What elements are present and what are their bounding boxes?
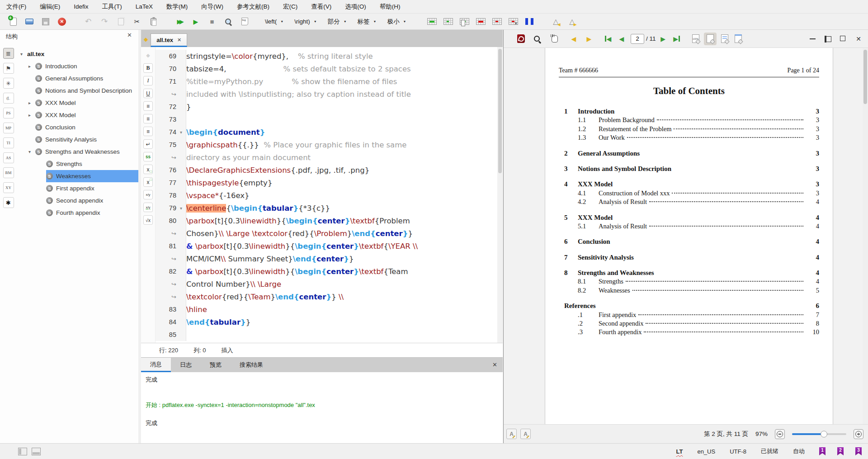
- fold-arrow-icon[interactable]: [180, 130, 182, 135]
- tree-expander-icon[interactable]: [28, 100, 35, 105]
- xy-panel-icon[interactable]: XY: [3, 182, 14, 193]
- pdf-scrollbar[interactable]: [863, 48, 868, 424]
- editor-scrollbar-thumb[interactable]: [498, 49, 502, 173]
- code-line[interactable]: 75 \graphicspath{{.}} % Place your graph…: [156, 138, 497, 151]
- line-number[interactable]: [156, 278, 176, 290]
- messages-tab[interactable]: 搜索结果: [231, 358, 272, 372]
- add-column-icon[interactable]: [442, 16, 454, 28]
- toc-entry[interactable]: 8 Strengths and Weaknesses 4: [564, 269, 819, 278]
- paste-column-icon[interactable]: [458, 16, 470, 28]
- line-number[interactable]: 69: [156, 50, 176, 62]
- code-line[interactable]: 81 & \parbox[t]{0.3\linewidth}{\begin{ce…: [156, 240, 497, 252]
- toc-entry[interactable]: 1.2 Restatement of the Problem 3: [564, 125, 819, 134]
- fit-page-icon[interactable]: [704, 33, 717, 45]
- subscript-icon[interactable]: x: [143, 165, 153, 174]
- menu-item[interactable]: 帮助(H): [380, 3, 401, 11]
- inline-math-icon[interactable]: ss: [143, 152, 153, 161]
- right-delimiter-dropdown[interactable]: \right) ▼: [291, 16, 320, 27]
- next-mark-icon[interactable]: △: [566, 16, 578, 28]
- beamer-panel-icon[interactable]: BM: [3, 167, 14, 178]
- line-number[interactable]: 78: [156, 189, 176, 202]
- fraction-icon[interactable]: x/y: [143, 190, 153, 199]
- toc-entry[interactable]: 4.2 Analysis of Result 4: [564, 198, 819, 207]
- minimize-icon[interactable]: [808, 35, 816, 43]
- save-icon[interactable]: [40, 16, 52, 28]
- fit-width-icon[interactable]: [719, 33, 730, 44]
- line-number[interactable]: 76: [156, 164, 176, 176]
- compile-icon[interactable]: ▶: [190, 16, 202, 28]
- line-number[interactable]: 73: [156, 113, 176, 126]
- language-indicator[interactable]: en_US: [697, 448, 715, 455]
- line-number[interactable]: 74: [156, 126, 176, 138]
- hand-tool-icon[interactable]: [549, 33, 560, 44]
- close-viewer-icon[interactable]: [854, 35, 863, 43]
- zoom-out-icon[interactable]: [775, 429, 785, 439]
- brackets-panel-icon[interactable]: ([.: [3, 93, 14, 104]
- code-line[interactable]: 74 \begin{document}: [156, 126, 497, 138]
- pdf-content[interactable]: Team # 666666 Page 1 of 24 Table of Cont…: [504, 48, 863, 424]
- code-line[interactable]: 84 \end{tabular}}: [156, 316, 497, 328]
- toc-entry[interactable]: 1 Introduction 3: [564, 108, 819, 116]
- toc-entry[interactable]: 6 Conclusion 4: [564, 238, 819, 246]
- messages-tab[interactable]: 预览: [201, 358, 231, 372]
- line-number[interactable]: 77: [156, 176, 176, 189]
- line-number[interactable]: 84: [156, 316, 176, 328]
- line-number[interactable]: 75: [156, 138, 176, 151]
- code-line[interactable]: directory as your main document: [156, 151, 497, 164]
- tikz-panel-icon[interactable]: TI: [3, 137, 14, 148]
- bold-icon[interactable]: B: [143, 63, 153, 73]
- previous-mark-icon[interactable]: △: [550, 16, 561, 28]
- line-number[interactable]: [156, 290, 176, 303]
- pstricks-panel-icon[interactable]: PS: [3, 108, 14, 118]
- tree-item[interactable]: S Second appendix: [17, 194, 138, 207]
- sectioning-dropdown[interactable]: 部分 ▼: [324, 16, 350, 28]
- messages-tab[interactable]: 日志: [171, 358, 201, 372]
- tree-expander-icon[interactable]: [28, 64, 35, 69]
- line-number[interactable]: 83: [156, 303, 176, 316]
- redo-icon[interactable]: ↷: [99, 16, 110, 28]
- align-center-icon[interactable]: ≡: [143, 114, 153, 123]
- toc-entry[interactable]: .3 Fourth appendix 10: [564, 328, 819, 337]
- restore-icon[interactable]: [839, 35, 847, 43]
- line-number[interactable]: 81: [156, 240, 176, 252]
- code-line[interactable]: 79 \centerline{\begin{tabular}{*3{c}}: [156, 202, 497, 214]
- text-annotation-icon[interactable]: A: [506, 429, 517, 439]
- code-line[interactable]: 85: [156, 328, 497, 341]
- first-page-icon[interactable]: ◀: [603, 33, 613, 44]
- align-right-icon[interactable]: ≡: [143, 127, 153, 136]
- bookmark-flag-icon[interactable]: 2: [837, 447, 844, 455]
- bookmark-flag-icon[interactable]: 3: [855, 447, 862, 455]
- line-number[interactable]: [156, 227, 176, 240]
- undo-icon[interactable]: ↶: [82, 16, 94, 28]
- new-document-icon[interactable]: [7, 16, 19, 28]
- menu-item[interactable]: LaTeX: [136, 3, 153, 10]
- remove-row-icon[interactable]: [475, 16, 486, 28]
- view-log-icon[interactable]: log: [239, 16, 250, 28]
- remove-column-icon[interactable]: [491, 16, 503, 28]
- dfrac-icon[interactable]: x/y: [143, 203, 153, 212]
- line-number[interactable]: 71: [156, 75, 176, 88]
- fit-window-icon[interactable]: [733, 33, 744, 44]
- tree-item[interactable]: S Introduction: [17, 60, 138, 72]
- code-line[interactable]: 76 \DeclareGraphicsExtensions{.pdf, .jpg…: [156, 164, 497, 176]
- code-line[interactable]: 78 \vspace*{-16ex}: [156, 189, 497, 202]
- fold-arrow-icon[interactable]: [180, 206, 182, 211]
- close-messages-icon[interactable]: ✕: [492, 361, 497, 368]
- languagetool-status[interactable]: LT: [676, 448, 683, 455]
- zoom-100-icon[interactable]: 100%: [690, 33, 701, 44]
- metapost-panel-icon[interactable]: MP: [3, 123, 14, 133]
- sqrt-icon[interactable]: √x: [143, 215, 153, 225]
- code-line[interactable]: \textcolor{red}{\Team}\end{center}} \\: [156, 290, 497, 303]
- zoom-slider[interactable]: [792, 433, 846, 435]
- label-dropdown[interactable]: 标签 ▼: [354, 16, 380, 28]
- toc-entry[interactable]: 2 General Assumptions 3: [564, 150, 819, 158]
- tree-item[interactable]: S Fourth appendix: [17, 207, 138, 219]
- align-left-icon[interactable]: ≡: [143, 101, 153, 111]
- tree-item[interactable]: S General Assumptions: [17, 72, 138, 85]
- view-pdf-icon[interactable]: [222, 16, 234, 28]
- close-icon[interactable]: ✕: [127, 32, 132, 38]
- menu-item[interactable]: 向导(W): [201, 3, 223, 11]
- previous-page-icon[interactable]: ◀: [616, 33, 627, 44]
- pdf-scrollbar-thumb[interactable]: [863, 50, 867, 104]
- toc-entry[interactable]: References 6: [564, 302, 819, 311]
